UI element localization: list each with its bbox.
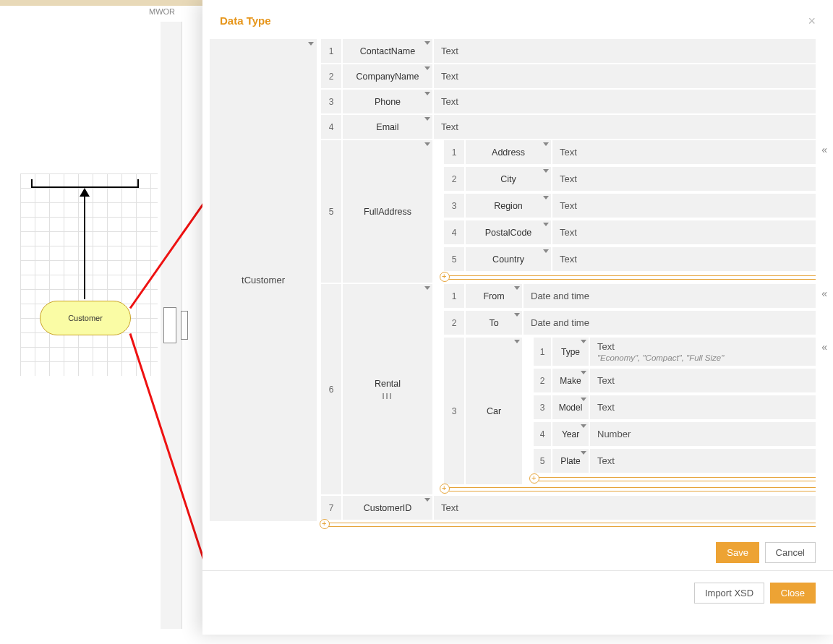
field-name: Rental xyxy=(375,379,401,389)
subfields: 1 Address Text 2 City Text 3 Region xyxy=(434,140,816,283)
field-type: Text xyxy=(441,502,458,513)
field-type-cell[interactable]: Text xyxy=(434,90,816,113)
dropdown-icon xyxy=(543,223,549,226)
field-index: 1 xyxy=(321,39,341,63)
add-field-button[interactable] xyxy=(444,275,816,280)
field-type-cell[interactable]: Text xyxy=(590,395,816,419)
field-name-cell[interactable]: PostalCode xyxy=(466,220,551,244)
bg-sidebar-shape xyxy=(163,307,176,343)
dropdown-icon xyxy=(514,286,520,290)
modal-body: tCustomer 1 ContactName Text 2 CompanyNa… xyxy=(202,39,833,531)
field-type-cell[interactable]: Text xyxy=(552,220,816,244)
field-type-cell[interactable]: Text xyxy=(434,39,816,63)
dropdown-icon xyxy=(308,42,314,46)
root-type-cell[interactable]: tCustomer xyxy=(210,39,317,521)
field-type-cell[interactable]: Text "Economy", "Compact", "Full Size" xyxy=(590,338,816,366)
field-type-cell[interactable]: Text xyxy=(552,194,816,218)
field-name-cell[interactable]: Year xyxy=(552,422,589,446)
dropdown-icon xyxy=(424,286,430,290)
dropdown-icon xyxy=(543,249,549,253)
field-type-cell[interactable]: Date and time xyxy=(524,284,816,308)
field-type-cell[interactable]: Text xyxy=(590,449,816,473)
field-name: Make xyxy=(560,376,581,386)
type-root: tCustomer 1 ContactName Text 2 CompanyNa… xyxy=(210,39,816,521)
field-name-cell[interactable]: Region xyxy=(466,194,551,218)
add-field-button[interactable] xyxy=(534,477,816,481)
field-index: 3 xyxy=(444,194,464,218)
field-index: 5 xyxy=(534,449,551,473)
dropdown-icon xyxy=(543,196,549,199)
field-name-cell[interactable]: Address xyxy=(466,140,551,164)
modal-footer: Import XSD Close xyxy=(202,570,833,615)
field-index: 6 xyxy=(321,284,341,494)
field-row: 5 Plate Text xyxy=(534,449,816,473)
field-type: Number xyxy=(597,429,631,439)
collapse-icon[interactable]: « xyxy=(821,288,827,299)
dropdown-icon xyxy=(424,92,430,95)
field-name-cell[interactable]: Rental III xyxy=(343,284,432,494)
field-row: 2 CompanyName Text xyxy=(321,64,816,88)
collapse-icon[interactable]: « xyxy=(821,342,827,352)
diagram-node-customer[interactable]: Customer xyxy=(40,301,131,335)
field-name-cell[interactable]: Phone xyxy=(343,90,432,113)
field-type: Date and time xyxy=(531,317,589,328)
field-type-cell[interactable]: Text xyxy=(434,496,816,520)
field-name-cell[interactable]: ContactName xyxy=(343,39,432,63)
cancel-button[interactable]: Cancel xyxy=(765,542,816,563)
subfields: 1 Type Text "Economy", "Compact", "Full … xyxy=(524,338,816,484)
field-type-cell[interactable]: Text xyxy=(434,115,816,139)
field-type-cell[interactable]: Date and time xyxy=(524,311,816,335)
field-index: 3 xyxy=(321,90,341,113)
field-name-cell[interactable]: Make xyxy=(552,369,589,392)
field-type-cell[interactable]: Text xyxy=(552,167,816,191)
field-index: 2 xyxy=(534,369,551,392)
save-button[interactable]: Save xyxy=(716,542,759,563)
field-name-cell[interactable]: FullAddress xyxy=(343,140,432,283)
field-type: Text xyxy=(441,46,458,56)
modal-title: Data Type xyxy=(220,14,271,27)
field-name-cell[interactable]: Email xyxy=(343,115,432,139)
field-name-cell[interactable]: CustomerID xyxy=(343,496,432,520)
field-name: Year xyxy=(562,429,579,439)
field-type-cell[interactable]: Text xyxy=(434,64,816,88)
close-icon[interactable]: × xyxy=(808,14,816,27)
collapse-icon[interactable]: « xyxy=(821,145,827,155)
field-group-rental: 6 Rental III 1 From Date and time 2 xyxy=(321,284,816,494)
field-row: 4 PostalCode Text xyxy=(444,220,816,244)
field-row: 1 Type Text "Economy", "Compact", "Full … xyxy=(534,338,816,366)
field-name-cell[interactable]: CompanyName xyxy=(343,64,432,88)
field-type: Text xyxy=(441,71,458,82)
add-field-button[interactable] xyxy=(444,487,816,491)
root-type-name: tCustomer xyxy=(242,275,285,285)
modal-actions: Save Cancel xyxy=(202,531,833,570)
field-name-cell[interactable]: Car xyxy=(466,338,522,484)
field-type-cell[interactable]: Text xyxy=(552,247,816,271)
field-type-cell[interactable]: Text xyxy=(590,369,816,392)
field-name-cell[interactable]: Country xyxy=(466,247,551,271)
field-name-cell[interactable]: City xyxy=(466,167,551,191)
field-name-cell[interactable]: From xyxy=(466,284,522,308)
diagram-grid xyxy=(20,173,158,376)
diagram-arrow-line xyxy=(84,189,85,299)
field-name: From xyxy=(483,291,504,301)
field-index: 1 xyxy=(444,284,464,308)
field-row: 4 Year Number xyxy=(534,422,816,446)
close-button[interactable]: Close xyxy=(770,583,816,604)
field-name-cell[interactable]: Plate xyxy=(552,449,589,473)
fields-column: 1 ContactName Text 2 CompanyName Text 3 … xyxy=(321,39,816,521)
add-field-button[interactable] xyxy=(324,523,816,527)
field-name-cell[interactable]: Model xyxy=(552,395,589,419)
field-type: Text xyxy=(441,121,458,132)
field-index: 5 xyxy=(444,247,464,271)
dropdown-icon xyxy=(543,169,549,173)
field-name-cell[interactable]: Type xyxy=(552,338,589,366)
dropdown-icon xyxy=(424,498,430,502)
field-type-cell[interactable]: Number xyxy=(590,422,816,446)
field-name: Car xyxy=(487,406,501,416)
field-type: Text xyxy=(597,375,615,386)
field-index: 4 xyxy=(534,422,551,446)
field-type-cell[interactable]: Text xyxy=(552,140,816,164)
field-name-cell[interactable]: To xyxy=(466,311,522,335)
import-xsd-button[interactable]: Import XSD xyxy=(694,583,764,604)
field-name: FullAddress xyxy=(364,207,411,217)
